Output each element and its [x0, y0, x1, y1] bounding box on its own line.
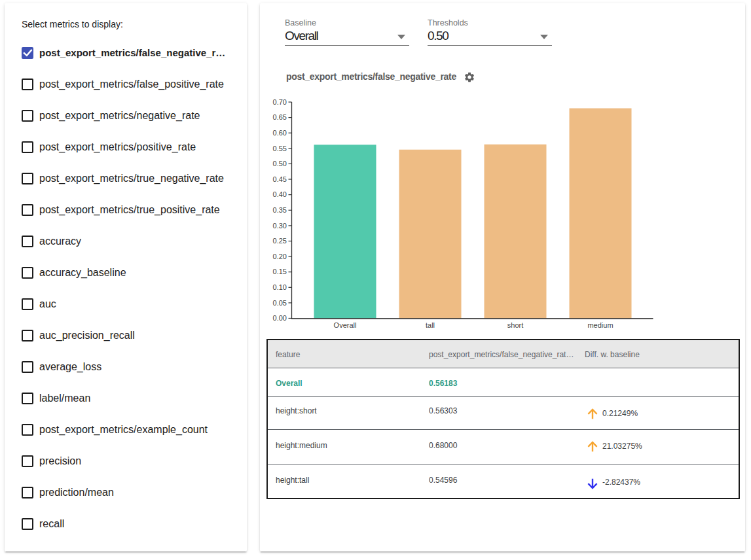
svg-text:0.55: 0.55 — [273, 145, 287, 152]
svg-text:0.35: 0.35 — [273, 206, 287, 214]
svg-text:0.30: 0.30 — [273, 222, 287, 230]
svg-text:0.00: 0.00 — [273, 314, 287, 322]
svg-text:0.25: 0.25 — [273, 237, 287, 245]
svg-text:0.10: 0.10 — [273, 283, 287, 291]
svg-text:0.40: 0.40 — [273, 190, 287, 198]
svg-text:0.20: 0.20 — [273, 253, 287, 260]
svg-text:0.50: 0.50 — [273, 160, 287, 167]
svg-text:0.05: 0.05 — [273, 299, 287, 307]
svg-text:0.15: 0.15 — [273, 268, 287, 275]
svg-text:medium: medium — [587, 321, 613, 329]
svg-text:0.60: 0.60 — [273, 129, 287, 137]
svg-text:0.65: 0.65 — [273, 113, 287, 121]
svg-text:Overall: Overall — [334, 321, 357, 329]
svg-text:0.45: 0.45 — [273, 175, 287, 183]
svg-text:short: short — [507, 321, 523, 329]
svg-text:0.70: 0.70 — [273, 98, 287, 106]
svg-text:tall: tall — [426, 321, 435, 329]
